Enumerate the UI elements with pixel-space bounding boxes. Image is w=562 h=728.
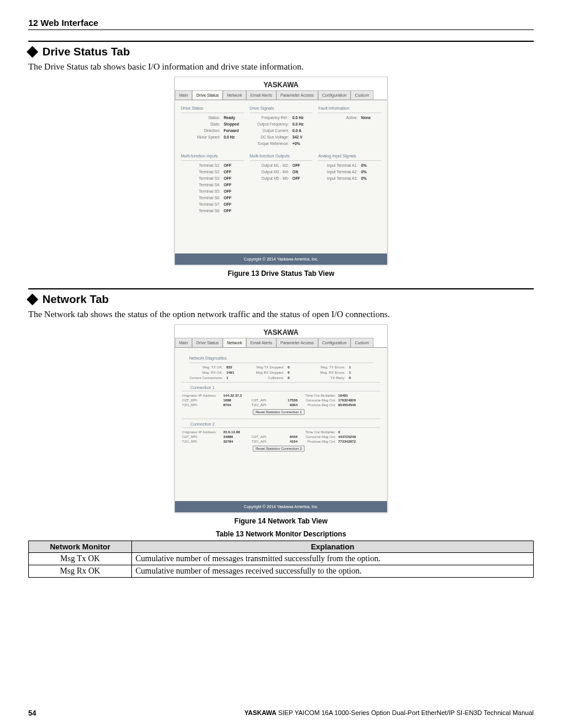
label: Originator IP Address: — [182, 394, 223, 397]
drive-status-heading: Drive Status Tab — [28, 45, 534, 58]
tab-parameter-access[interactable]: Parameter Access — [276, 90, 318, 100]
reset-conn2-button[interactable]: Reset Statistics Connection 2 — [253, 446, 305, 452]
heading-text: Network Tab — [42, 293, 109, 306]
tab-custom[interactable]: Custom — [351, 90, 373, 100]
label: O2T_RPI: — [182, 435, 223, 439]
value: 8704 — [223, 403, 252, 407]
tab-configuration[interactable]: Configuration — [318, 338, 351, 347]
value: 9304 — [283, 403, 300, 407]
value: 0% — [361, 163, 381, 167]
kv-row: Terminal S2:OFF — [181, 170, 244, 174]
value: 0% — [361, 176, 381, 180]
kv-row: Input Terminal A1:0% — [318, 163, 381, 167]
conn-row: O2T_RPI:34886O2T_API:8446Consume Msg Cnt… — [182, 435, 380, 439]
network-tab-screenshot: YASKAWA MainDrive StatusNetworkEmail Ale… — [174, 324, 388, 512]
connection-2: Connection 2 Originator IP Address:22.6.… — [182, 419, 380, 452]
conn-row: Originator IP Address:144.32.37.2Time Ou… — [182, 394, 380, 397]
label: Msg TX Dropped: — [250, 365, 287, 369]
yaskawa-logo: YASKAWA — [175, 77, 387, 90]
value: 0% — [361, 170, 381, 174]
value: 1491 — [226, 371, 250, 374]
kv-row: Input Terminal A2:0% — [318, 170, 381, 174]
explanation: Cumulative number of messages received s… — [132, 565, 534, 578]
label: Originator IP Address: — [182, 430, 223, 434]
value: OFF — [224, 209, 244, 213]
value: 1 — [226, 376, 250, 380]
kv-row: Terminal S6:OFF — [181, 196, 244, 200]
tab-configuration[interactable]: Configuration — [318, 90, 351, 100]
kv-row: Torque Reference:+0% — [250, 141, 313, 146]
diag-row: Msg. RX OK:1491Msg RX Dropped:0Msg. RX E… — [189, 371, 373, 374]
copyright-line: Copyright © 2014 Yaskawa America, Inc. — [175, 501, 387, 512]
value: +0% — [292, 141, 312, 146]
table-header: Network Monitor — [29, 541, 132, 553]
value: 34886 — [223, 435, 252, 439]
label: Output M1 - M2: — [250, 163, 293, 167]
kv-row: Output M3 - M4:ON — [250, 170, 313, 174]
yaskawa-logo: YASKAWA — [175, 325, 387, 338]
tab-drive-status[interactable]: Drive Status — [192, 338, 223, 347]
tab-main[interactable]: Main — [175, 90, 192, 100]
label: Consume Msg Cnt: — [300, 435, 338, 439]
diag-row: Msg. TX OK:832Msg TX Dropped:0Msg. TX Er… — [189, 365, 373, 369]
kv-row: Terminal S4:OFF — [181, 183, 244, 187]
page-footer: 54 YASKAWA SIEP YAICOM 16A 1000-Series O… — [28, 709, 534, 717]
drive-status-intro: The Drive Status tab shows basic I/O inf… — [28, 62, 534, 72]
value: OFF — [224, 176, 244, 180]
label: Current Connections: — [189, 376, 226, 380]
value: Stopped — [224, 122, 244, 126]
network-tab-section: Network Tab — [28, 288, 534, 306]
value: OFF — [292, 176, 312, 180]
label: Input Terminal A3: — [318, 176, 361, 180]
tab-network[interactable]: Network — [223, 338, 246, 347]
value: OFF — [224, 202, 244, 206]
label: Input Terminal A1: — [318, 163, 361, 167]
drive-status-body: Drive Status Status:ReadyState:StoppedDi… — [175, 100, 387, 253]
kv-row: Output M1 - M2:OFF — [250, 163, 313, 167]
reset-conn1-button[interactable]: Reset Statistics Connection 1 — [253, 409, 305, 415]
tab-network[interactable]: Network — [223, 90, 246, 100]
tab-main[interactable]: Main — [175, 338, 192, 347]
kv-row: Active:None — [318, 116, 381, 120]
heading-text: Drive Status Tab — [42, 45, 130, 58]
card-title: Multi-function Outputs — [250, 154, 313, 161]
label: DC Bus Voltage: — [250, 135, 293, 139]
card-title: Connection 1 — [182, 384, 380, 391]
manual-title: YASKAWA SIEP YAICOM 16A 1000-Series Opti… — [244, 709, 534, 717]
value: OFF — [224, 196, 244, 200]
diag-row: Current Connections:1Collisions:0TX Retr… — [189, 376, 373, 380]
tab-drive-status[interactable]: Drive Status — [192, 90, 223, 100]
copyright-line: Copyright © 2014 Yaskawa America, Inc. — [175, 253, 387, 265]
label: Msg. RX OK: — [189, 371, 226, 374]
tab-custom[interactable]: Custom — [351, 338, 373, 347]
label: Terminal S1: — [181, 163, 224, 167]
value: 0.0 Hz — [292, 116, 312, 120]
value: 32784 — [223, 440, 252, 443]
page-number: 54 — [28, 709, 36, 717]
conn-row: O2T_RPI:1088O2T_API:17538Consume Msg Cnt… — [182, 398, 380, 402]
value: 0.0 A — [292, 129, 312, 133]
tab-email-alerts[interactable]: Email Alerts — [246, 338, 276, 347]
value: OFF — [224, 183, 244, 187]
tab-email-alerts[interactable]: Email Alerts — [246, 90, 276, 100]
tab-bar: MainDrive StatusNetworkEmail AlertsParam… — [175, 90, 387, 100]
label: Terminal S6: — [181, 196, 224, 200]
label: Msg. TX OK: — [189, 365, 226, 369]
card-drive-signals: Drive Signals Frequency Ref.:0.0 HzOutpu… — [250, 106, 313, 148]
value: Forward — [224, 129, 244, 133]
card-title: Drive Signals — [250, 106, 313, 113]
card-analog-inputs: Analog Input Signals Input Terminal A1:0… — [318, 154, 381, 215]
value: 832 — [226, 365, 250, 369]
kv-row: Frequency Ref.:0.0 Hz — [250, 116, 313, 120]
section-label: 12 Web Interface — [28, 18, 534, 28]
value: 1088 — [223, 398, 252, 402]
card-title: Analog Input Signals — [318, 154, 381, 161]
kv-row: Motor Speed:0.0 Hz — [181, 135, 244, 139]
label: Terminal S2: — [181, 170, 224, 174]
label: Consume Msg Cnt: — [300, 398, 338, 402]
network-tab-intro: The Network tab shows the status of the … — [28, 309, 534, 319]
value: 0 — [287, 371, 312, 374]
network-monitor-name: Msg Rx OK — [29, 565, 132, 578]
tab-parameter-access[interactable]: Parameter Access — [276, 338, 318, 347]
label: T2O_API: — [252, 440, 283, 443]
